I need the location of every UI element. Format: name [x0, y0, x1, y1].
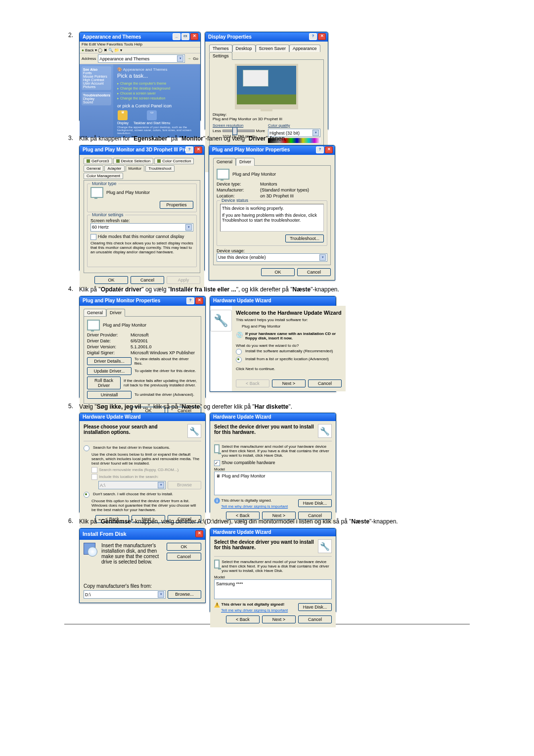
colorq-label: Color quality [268, 123, 320, 128]
tab-adapter[interactable]: Adapter [104, 165, 124, 172]
refresh-label: Screen refresh rate: [90, 218, 193, 223]
model-listbox[interactable]: Samsung **** [214, 579, 332, 599]
help-icon[interactable]: ? [316, 146, 324, 153]
list-install-radio[interactable] [236, 357, 242, 363]
screenres-label: Screen resolution [213, 123, 265, 128]
help-icon[interactable]: ? [309, 33, 317, 40]
tellme-link[interactable]: Tell me why driver signing is important [221, 504, 288, 509]
ok-button[interactable]: OK [167, 543, 201, 551]
pick-task-heading: Pick a task... [117, 73, 196, 79]
tab-themes[interactable]: Themes [209, 45, 232, 52]
hidemodes-check[interactable] [90, 234, 96, 240]
tab-monitor[interactable]: Monitor [126, 165, 145, 172]
window-title: Hardware Update Wizard [213, 298, 334, 303]
ok-button[interactable]: OK [261, 268, 295, 276]
install-from-disk-dialog: Install From Disk ✕ Insert the manufactu… [79, 528, 206, 603]
show-compat-check[interactable]: ✓ [214, 460, 220, 466]
close-icon[interactable]: ✕ [195, 297, 203, 304]
monitor-icon [214, 560, 220, 568]
auto-install-radio[interactable] [236, 349, 242, 355]
update-driver-button[interactable]: Update Driver... [87, 367, 132, 375]
browse-button[interactable]: Browse... [168, 590, 201, 599]
close-icon[interactable]: ✕ [318, 33, 326, 40]
properties-button[interactable]: Properties [160, 201, 193, 209]
tab-driver[interactable]: Driver [106, 309, 125, 317]
task-item[interactable]: ▸ Change the screen resolution [117, 96, 196, 100]
minimize-icon[interactable]: _ [173, 33, 180, 40]
monitor-preview [235, 64, 298, 109]
close-icon[interactable]: ✕ [194, 146, 202, 153]
monitor-icon [87, 320, 100, 331]
back-button[interactable]: < Back [226, 615, 260, 623]
task-item[interactable]: ▸ Change the desktop background [117, 87, 196, 91]
display-cp-icon[interactable]: 🖥Display [117, 110, 129, 125]
tab-screensaver[interactable]: Screen Saver [256, 45, 290, 52]
task-item[interactable]: ▸ Change the computer's theme [117, 82, 196, 86]
tab-devsel[interactable]: Device Selection [113, 158, 154, 164]
close-icon[interactable]: ✕ [325, 146, 333, 153]
wizard-icon: 🔧 [318, 539, 332, 553]
tab-desktop[interactable]: Desktop [232, 45, 256, 52]
have-disk-button[interactable]: Have Disk... [298, 499, 332, 507]
tab-colorcorr[interactable]: Color Correction [154, 158, 194, 164]
apply-button: Apply [167, 276, 200, 284]
model-listbox[interactable]: 🖥 Plug and Play Monitor [214, 472, 332, 495]
step7-text: Klik på "Gennemse"-knappen, vælg derefte… [79, 518, 470, 526]
tab-appearance[interactable]: Appearance [289, 45, 320, 52]
cancel-button[interactable]: Cancel [298, 615, 332, 623]
tab-troubleshoot[interactable]: Troubleshoot [145, 165, 174, 172]
display-properties-window: Display Properties ? ✕ Themes Desktop Sc… [205, 32, 328, 130]
resolution-slider[interactable] [222, 130, 255, 132]
rollback-driver-button[interactable]: Roll Back Driver [87, 377, 121, 389]
next-button[interactable]: Next > [272, 379, 306, 387]
close-icon[interactable]: ✕ [195, 530, 203, 537]
browse-button: Browse [168, 481, 201, 489]
hidemodes-desc: Clearing this check box allows you to se… [90, 241, 193, 254]
help-icon[interactable]: ? [186, 297, 194, 304]
tab-geforce3[interactable]: GeForce3 [84, 158, 112, 164]
tab-general[interactable]: General [84, 165, 103, 172]
welcome-title: Welcome to the Hardware Update Wizard [236, 310, 342, 316]
monitor-icon [90, 187, 103, 198]
window-title: Plug and Play Monitor and 3D Prophet III… [83, 147, 185, 152]
driver-details-button[interactable]: Driver Details... [87, 357, 132, 365]
tab-general[interactable]: General [84, 309, 106, 317]
task-panel: 🎨 Appearance and Themes Pick a task... ▸… [113, 64, 200, 138]
search-removable-check [91, 467, 97, 473]
tellme-link[interactable]: Tell me why driver signing is important [221, 608, 288, 613]
dontsearch-radio[interactable] [84, 492, 89, 498]
step5-text: Klik på "Opdatér driver" og vælg "Instal… [79, 285, 470, 294]
next-button[interactable]: Next > [262, 615, 296, 623]
address-bar[interactable]: Address Appearance and Themes▾ → Go [80, 53, 200, 64]
help-icon[interactable]: ? [185, 146, 193, 153]
ok-button[interactable]: OK [94, 276, 128, 284]
troubleshoot-button[interactable]: Troubleshoot... [285, 235, 324, 242]
copy-from-input[interactable]: D:\▾ [84, 590, 166, 599]
refresh-select[interactable]: 60 Hertz▾ [90, 223, 193, 232]
pick-cp-heading: or pick a Control Panel icon [117, 103, 196, 108]
window-title: Display Properties [208, 34, 309, 40]
have-disk-button[interactable]: Have Disk... [298, 603, 332, 611]
taskbar-cp-icon[interactable]: ▭Taskbar and Start Menu [134, 110, 170, 125]
window-title: Appearance and Themes [83, 34, 173, 40]
nav-toolbar[interactable]: ● Back ▾ ◯ ✖ 🔍 📁 ▾ [80, 47, 200, 53]
window-title: Hardware Update Wizard [213, 529, 334, 535]
tab-settings[interactable]: Settings [209, 52, 232, 60]
uninstall-button[interactable]: Uninstall [87, 391, 132, 399]
advanced-display-props-window: Plug and Play Monitor and 3D Prophet III… [79, 145, 205, 271]
menu-bar[interactable]: File Edit View Favorites Tools Help [80, 42, 200, 47]
close-icon[interactable]: ✕ [190, 33, 198, 40]
cancel-button[interactable]: Cancel [131, 276, 164, 284]
search-best-radio[interactable] [84, 445, 89, 451]
cancel-button[interactable]: Cancel [297, 268, 331, 276]
cancel-button[interactable]: Cancel [308, 379, 342, 387]
device-usage-select[interactable]: Use this device (enable)▾ [217, 253, 327, 262]
maximize-icon[interactable]: ▭ [181, 33, 189, 40]
wizard-icon: 🔧 [187, 424, 201, 438]
cancel-button[interactable]: Cancel [167, 553, 201, 561]
tab-colormgmt[interactable]: Color Management [84, 173, 123, 179]
task-item[interactable]: ▸ Choose a screen saver [117, 92, 196, 95]
display-label: Display: [213, 112, 320, 117]
tab-driver[interactable]: Driver [236, 158, 255, 166]
tab-general[interactable]: General [213, 158, 236, 166]
